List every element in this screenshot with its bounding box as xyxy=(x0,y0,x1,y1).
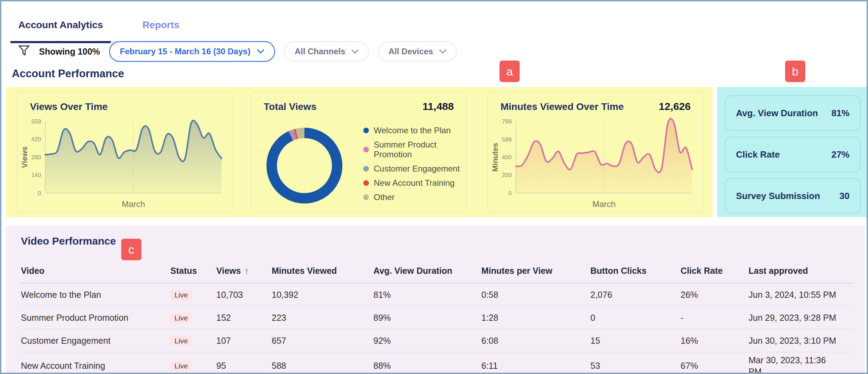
total-views-donut-chart xyxy=(261,122,348,209)
video-performance-title: Video Performance xyxy=(21,235,116,247)
tab-label: Reports xyxy=(142,19,179,31)
minutes-viewed-chart: 0200400599799MarchMinutes xyxy=(491,116,700,210)
legend-dot-icon xyxy=(363,147,369,152)
svg-text:799: 799 xyxy=(502,118,512,125)
cell-status: Live xyxy=(170,360,216,371)
metric-label: Avg. View Duration xyxy=(736,108,818,119)
views-over-time-card: Views Over Time 0140280420559MarchViews xyxy=(17,91,234,213)
table-row[interactable]: Customer EngagementLive10765792%6:081516… xyxy=(21,329,853,352)
tab-reports[interactable]: Reports xyxy=(111,9,211,43)
cell-click-rate: 67% xyxy=(681,361,749,371)
column-header-views[interactable]: Views↑ xyxy=(216,266,272,276)
svg-text:Views: Views xyxy=(20,146,29,168)
legend-label: Other xyxy=(374,192,395,202)
column-header-click-rate[interactable]: Click Rate xyxy=(681,266,749,276)
legend-item-new-account-training: New Account Training xyxy=(363,178,466,188)
cell-button-clicks: 53 xyxy=(590,361,681,371)
cell-status: Live xyxy=(170,289,216,300)
video-performance-table: VideoStatusViews↑Minutes ViewedAvg. View… xyxy=(21,266,853,374)
cell-views: 10,703 xyxy=(216,290,272,300)
legend-dot-icon xyxy=(363,128,369,133)
cell-minutes-per-view: 1:28 xyxy=(481,313,590,323)
legend-item-customer-engagement: Customer Engagement xyxy=(363,164,466,174)
metric-survey-submission: Survey Submission 30 xyxy=(725,178,861,214)
table-row[interactable]: Summer Product PromotionLive15222389%1:2… xyxy=(21,306,853,329)
minutes-viewed-card: Minutes Viewed Over Time 12,626 02004005… xyxy=(487,91,703,213)
metric-avg-view-duration: Avg. View Duration 81% xyxy=(725,95,861,131)
svg-text:140: 140 xyxy=(31,172,41,178)
column-header-minutes-viewed[interactable]: Minutes Viewed xyxy=(272,266,373,276)
svg-text:0: 0 xyxy=(509,190,512,197)
metric-label: Click Rate xyxy=(736,149,780,160)
cell-views: 95 xyxy=(216,361,272,371)
channels-dropdown[interactable]: All Channels xyxy=(284,41,369,62)
svg-text:March: March xyxy=(122,199,145,209)
table-row[interactable]: New Account TrainingLive9558888%6:115367… xyxy=(21,352,853,374)
column-header-button-clicks[interactable]: Button Clicks xyxy=(590,266,681,276)
account-performance-highlight-region: Views Over Time 0140280420559MarchViews … xyxy=(6,87,713,217)
legend-label: New Account Training xyxy=(374,178,455,188)
views-over-time-title: Views Over Time xyxy=(30,101,108,112)
cell-avg-view-duration: 81% xyxy=(373,290,481,300)
date-range-dropdown[interactable]: February 15 - March 16 (30 Days) xyxy=(109,41,275,62)
legend-dot-icon xyxy=(363,166,369,172)
showing-percentage-label: Showing 100% xyxy=(39,47,100,57)
cell-last-approved: Mar 30, 2023, 11:36 PM xyxy=(749,355,836,374)
legend-dot-icon xyxy=(363,194,369,200)
column-header-avg-view-duration[interactable]: Avg. View Duration xyxy=(373,266,481,276)
status-badge: Live xyxy=(170,313,192,323)
cell-minutes-per-view: 6:11 xyxy=(481,361,590,371)
devices-value: All Devices xyxy=(388,47,433,56)
cell-avg-view-duration: 92% xyxy=(373,336,481,346)
cell-click-rate: 26% xyxy=(681,290,749,300)
status-badge: Live xyxy=(170,336,192,346)
annotation-badge-a: a xyxy=(499,61,520,82)
cell-minutes-viewed: 223 xyxy=(272,313,373,323)
cell-last-approved: Jun 30, 2023, 3:10 PM xyxy=(749,335,853,347)
date-range-value: February 15 - March 16 (30 Days) xyxy=(120,47,250,56)
svg-text:0: 0 xyxy=(38,190,41,197)
cell-minutes-per-view: 0:58 xyxy=(481,290,590,300)
metric-value: 30 xyxy=(839,191,850,201)
table-body: Welcome to the PlanLive10,70310,39281%0:… xyxy=(21,284,853,374)
column-header-minutes-per-view[interactable]: Minutes per View xyxy=(481,266,590,276)
account-performance-title: Account Performance xyxy=(12,67,124,80)
cell-click-rate: 16% xyxy=(681,336,749,346)
svg-text:200: 200 xyxy=(502,172,512,178)
chevron-down-icon xyxy=(439,49,446,54)
metric-click-rate: Click Rate 27% xyxy=(725,137,861,172)
sort-ascending-icon: ↑ xyxy=(244,266,249,276)
svg-text:559: 559 xyxy=(31,118,41,125)
cell-minutes-viewed: 657 xyxy=(272,336,373,346)
table-row[interactable]: Welcome to the PlanLive10,70310,39281%0:… xyxy=(21,284,853,306)
column-header-video[interactable]: Video xyxy=(21,266,170,276)
cell-video: Customer Engagement xyxy=(21,336,170,346)
cell-last-approved: Jun 29, 2023, 9:28 PM xyxy=(749,312,853,324)
cell-minutes-viewed: 588 xyxy=(272,361,373,371)
legend-label: Welcome to the Plan xyxy=(374,126,451,135)
tab-bar: Account Analytics Reports xyxy=(10,9,211,43)
tab-account-analytics[interactable]: Account Analytics xyxy=(10,9,111,43)
svg-text:400: 400 xyxy=(502,154,512,161)
cell-video: New Account Training xyxy=(21,361,170,371)
column-header-status[interactable]: Status xyxy=(170,266,216,276)
status-badge: Live xyxy=(170,361,192,371)
donut-legend: Welcome to the PlanSummer Product Promot… xyxy=(363,126,466,202)
cell-button-clicks: 0 xyxy=(590,313,681,323)
devices-dropdown[interactable]: All Devices xyxy=(378,41,457,62)
cell-status: Live xyxy=(170,312,216,323)
cell-views: 107 xyxy=(216,336,272,346)
cell-button-clicks: 15 xyxy=(590,336,681,346)
filter-funnel-icon[interactable] xyxy=(18,45,30,58)
cell-video: Summer Product Promotion xyxy=(21,313,170,323)
cell-button-clicks: 2,076 xyxy=(590,290,681,300)
cell-click-rate: - xyxy=(681,313,749,323)
annotation-badge-b: b xyxy=(785,61,805,82)
column-header-last-approved[interactable]: Last approved xyxy=(749,266,853,276)
filter-bar: Showing 100% February 15 - March 16 (30 … xyxy=(18,40,457,63)
cell-minutes-per-view: 6:08 xyxy=(481,336,590,346)
total-views-title: Total Views xyxy=(264,101,316,112)
svg-text:Minutes: Minutes xyxy=(491,143,499,172)
cell-status: Live xyxy=(170,335,216,346)
channels-value: All Channels xyxy=(295,47,345,56)
